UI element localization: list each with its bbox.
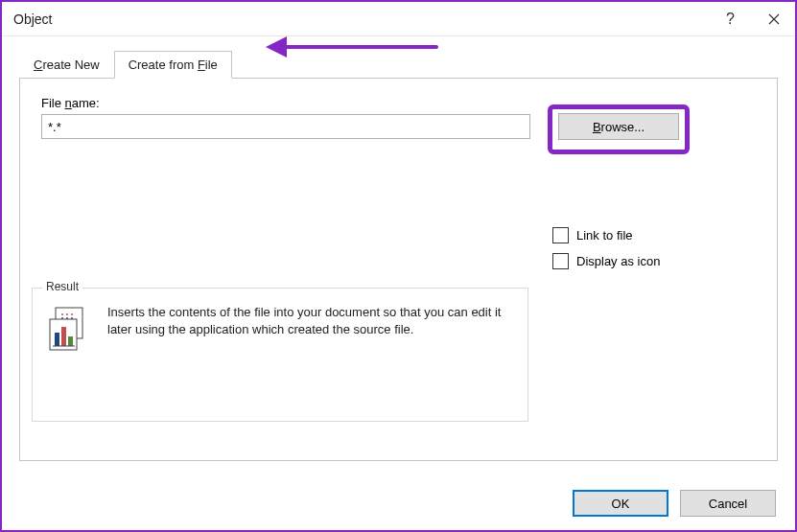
result-group: Result Inserts the contents of the file … — [32, 288, 528, 422]
svg-point-3 — [71, 313, 73, 315]
ok-button[interactable]: OK — [573, 490, 668, 517]
file-row: Browse... — [41, 114, 756, 154]
dialog-title: Object — [13, 12, 709, 27]
close-button[interactable] — [752, 3, 795, 35]
cancel-button[interactable]: Cancel — [680, 490, 776, 517]
link-to-file-row[interactable]: Link to file — [552, 227, 660, 243]
browse-button[interactable]: Browse... — [558, 113, 679, 140]
tab-create-from-file[interactable]: Create from File — [114, 51, 232, 79]
svg-rect-10 — [68, 336, 73, 346]
checkbox-group: Link to file Display as icon — [552, 227, 660, 279]
file-name-input[interactable] — [41, 114, 530, 139]
annotation-browse-highlight: Browse... — [548, 104, 690, 154]
tab-strip: Create New Create from File — [19, 51, 778, 79]
display-as-icon-row[interactable]: Display as icon — [552, 253, 660, 269]
svg-point-2 — [66, 313, 68, 315]
checkbox-icon[interactable] — [552, 227, 569, 243]
dialog-footer: OK Cancel — [573, 490, 776, 517]
svg-rect-9 — [61, 327, 66, 346]
svg-point-1 — [61, 313, 63, 315]
tab-panel: File name: Browse... Link to file Displa… — [19, 78, 778, 461]
insert-object-icon — [46, 306, 92, 352]
result-legend: Result — [42, 280, 82, 293]
result-description: Inserts the contents of the file into yo… — [107, 304, 514, 352]
dialog-content: Create New Create from File File name: B… — [2, 36, 795, 478]
help-button[interactable]: ? — [709, 3, 752, 35]
tab-create-new[interactable]: Create New — [19, 51, 114, 79]
svg-rect-8 — [55, 333, 59, 346]
link-to-file-label: Link to file — [576, 228, 633, 243]
titlebar: Object ? — [2, 2, 795, 36]
display-as-icon-label: Display as icon — [576, 254, 660, 268]
checkbox-icon[interactable] — [552, 253, 569, 269]
close-icon — [768, 13, 780, 25]
